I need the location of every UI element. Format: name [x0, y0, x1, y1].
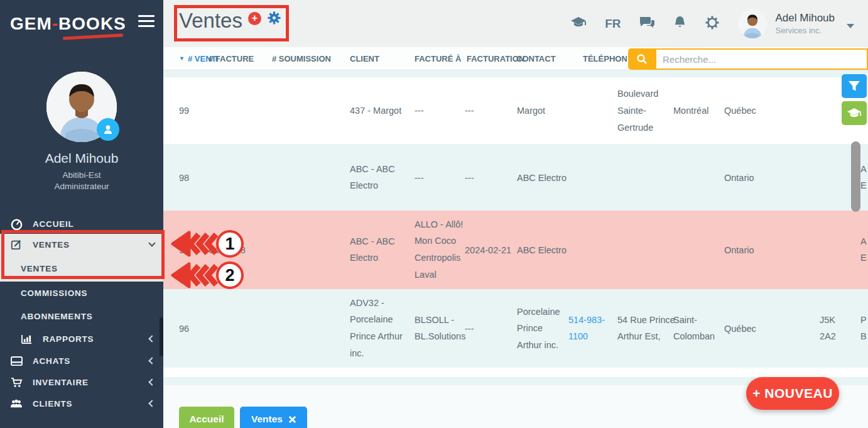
sidebar: GEM-BOOKS Adel Mihoub Abitibi-Est Admini…	[0, 0, 163, 428]
sidebar-item-abonnements[interactable]: ABONNEMENTS	[0, 305, 163, 327]
cell-contact: ABC Electro	[517, 169, 567, 186]
cell-facturation: ---	[465, 102, 516, 119]
user-role: Administrateur	[0, 181, 163, 192]
cell-facturation: ---	[465, 169, 516, 186]
filter-button[interactable]	[842, 74, 867, 98]
tab-label: Ventes	[251, 414, 283, 425]
table-row[interactable]: 99 437 - Margot --- --- Margot Boulevard…	[163, 77, 868, 145]
user-avatar[interactable]	[46, 72, 117, 142]
account-avatar	[738, 9, 767, 38]
cell-telephone-link[interactable]: 514-983-1100	[568, 312, 607, 346]
sidebar-item-label: ABONNEMENTS	[21, 312, 155, 321]
main-panel: Ventes + FR	[163, 0, 868, 428]
chevron-left-icon	[148, 358, 155, 365]
table-row-highlighted[interactable]: 97 C000148 ABC - ABC Electro ALLO - Allô…	[163, 211, 868, 289]
academy-icon[interactable]	[570, 16, 587, 31]
col-header-contact[interactable]: CONTACT	[516, 54, 556, 63]
sidebar-item-commissions[interactable]: COMMISSIONS	[0, 282, 163, 305]
annotation-arrow-2	[171, 262, 219, 291]
graduation-cap-icon	[847, 107, 862, 119]
topbar-icons: FR	[570, 0, 854, 47]
table-row[interactable]: 98 ABC - ABC Electro --- --- ABC Electro…	[163, 145, 868, 211]
cell-ville: Saint-Colomban	[673, 312, 721, 346]
account-menu[interactable]: Adel Mihoub Services inc.	[738, 9, 854, 38]
sort-descending-icon[interactable]: ▼	[179, 55, 185, 62]
cell-clipped: A E	[860, 233, 868, 267]
cell-contact: ABC Electro	[517, 241, 567, 258]
notifications-bell-icon[interactable]	[673, 15, 686, 32]
user-region: Abitibi-Est	[0, 170, 163, 181]
sidebar-item-label: INVENTAIRE	[33, 378, 149, 387]
table-header-row: ▼ # VENTE # FACTURE # SOUMISSION CLIENT …	[163, 47, 868, 70]
sidebar-item-rapports[interactable]: RAPPORTS	[0, 327, 163, 350]
annotation-step-1: 1	[216, 230, 244, 258]
col-header-facture-a[interactable]: FACTURÉ À	[415, 54, 461, 63]
row-stripe	[163, 70, 868, 77]
annotation-box-sidebar	[1, 230, 165, 279]
sidebar-item-achats[interactable]: ACHATS	[0, 350, 163, 371]
sidebar-item-label: RAPPORTS	[43, 334, 149, 344]
person-icon	[102, 124, 114, 135]
user-name: Adel Mihoub	[0, 151, 163, 166]
sidebar-item-label: ACHATS	[33, 356, 149, 366]
table-row[interactable]: 96 ADV32 - Porcelaine Prince Arthur inc.…	[163, 289, 868, 368]
dashboard-icon	[9, 218, 24, 230]
sidebar-item-partial[interactable]	[0, 424, 163, 428]
cell-contact: Margot	[517, 102, 567, 119]
search-button[interactable]	[628, 48, 655, 70]
cell-facture-a: ---	[415, 169, 471, 186]
hamburger-menu-icon[interactable]	[138, 15, 155, 30]
people-icon	[9, 398, 24, 409]
cell-ville: Montréal	[673, 102, 721, 119]
cell-adresse: 54 Rue Prince Arthur Est,	[617, 312, 678, 346]
new-button[interactable]: + NOUVEAU	[746, 377, 839, 410]
chevron-left-icon	[148, 336, 155, 343]
avatar-status-badge[interactable]	[97, 118, 119, 141]
sidebar-item-label: COMMISSIONS	[21, 288, 155, 298]
chevron-left-icon	[148, 379, 155, 386]
academy-help-button[interactable]	[842, 101, 867, 125]
col-header-soumission[interactable]: # SOUMISSION	[272, 54, 331, 63]
cell-adresse: Boulevard Sainte-Gertrude	[617, 85, 678, 136]
sidebar-item-label: CLIENTS	[33, 399, 149, 409]
sidebar-item-label: ACCUEIL	[33, 219, 155, 229]
cell-client: ABC - ABC Electro	[350, 233, 411, 267]
annotation-box-title	[174, 5, 289, 41]
cell-vente: 96	[179, 320, 208, 337]
tab-accueil[interactable]: Accueil	[179, 407, 234, 428]
cell-clipped: A E	[860, 161, 868, 195]
cell-facture-a: ALLO - Allô! Mon Coco Centropolis Laval	[415, 216, 471, 283]
cell-facturation: ---	[465, 320, 516, 337]
credit-card-icon	[9, 356, 24, 366]
cell-vente: 98	[179, 169, 208, 186]
settings-gear-icon[interactable]	[705, 15, 720, 33]
account-company: Services inc.	[775, 26, 835, 35]
logo-row: GEM-BOOKS	[0, 0, 163, 50]
cell-contact: Porcelaine Prince Arthur inc.	[517, 303, 567, 353]
search-input[interactable]	[655, 48, 868, 70]
cell-vente: 99	[179, 102, 208, 119]
annotation-step-2: 2	[216, 261, 244, 289]
close-icon[interactable]	[289, 416, 296, 423]
col-header-facture[interactable]: # FACTURE	[209, 54, 254, 63]
sidebar-item-inventaire[interactable]: INVENTAIRE	[0, 371, 163, 393]
table-scrollbar[interactable]	[851, 141, 860, 212]
cell-facture-a: ---	[415, 102, 471, 119]
tab-ventes[interactable]: Ventes	[240, 407, 307, 428]
chat-icon[interactable]	[639, 16, 655, 31]
cell-province: Ontario	[724, 241, 776, 258]
cell-client: ABC - ABC Electro	[350, 161, 411, 195]
cell-client: ADV32 - Porcelaine Prince Arthur inc.	[350, 295, 411, 362]
bar-chart-icon	[19, 334, 34, 344]
col-header-telephone[interactable]: TÉLÉPHONE	[583, 54, 627, 63]
cell-province: Québec	[724, 102, 776, 119]
cell-facture-a: BLSOLL - BL.Solutions	[415, 312, 471, 346]
logo-text: GEM-BOOKS	[10, 14, 126, 33]
col-header-client[interactable]: CLIENT	[350, 54, 379, 63]
cell-province: Ontario	[724, 169, 776, 186]
cell-clipped: P B	[860, 312, 868, 346]
sidebar-item-clients[interactable]: CLIENTS	[0, 393, 163, 414]
cell-client: 437 - Margot	[350, 102, 411, 119]
chevron-down-icon	[847, 24, 854, 28]
language-toggle[interactable]: FR	[605, 17, 621, 31]
